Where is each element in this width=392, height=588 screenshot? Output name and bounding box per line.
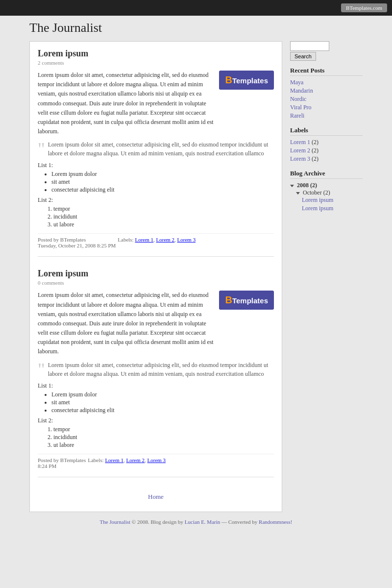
footer-site-link[interactable]: The Journalist [99,519,130,525]
recent-post-link-5[interactable]: Rareli [290,112,304,119]
list-item: sit amet [51,399,274,406]
footer-copyright: © 2008. Blog design by [132,519,183,525]
archive-title: Blog Archive [290,170,363,179]
post-1-title: Lorem ipsum [38,49,274,59]
recent-post-link-2[interactable]: Mandarin [290,87,313,94]
btemplates-logo-1: BTemplates [219,71,274,90]
archive-year[interactable]: 2008 (2) [290,182,317,189]
list-item: incididunt [53,434,274,441]
label-link-2[interactable]: Lorem 2 [290,147,310,154]
list-item: Lorem ipsum dolor [51,171,274,178]
archive-year-label: 2008 [297,182,309,189]
label-link-1[interactable]: Lorem 1 [290,139,310,146]
post-2-blockquote: " Lorem ipsum dolor sit amet, consectetu… [38,361,274,378]
list-item: sit amet [51,178,274,186]
recent-posts-list: Maya Mandarin Nordic Viral Pro Rareli [290,79,363,120]
footer: The Journalist © 2008. Blog design by Lu… [29,514,363,533]
archive-list: 2008 (2) October (2) [290,182,363,212]
post-1-label-3[interactable]: Lorem 3 [177,237,196,243]
footer-designer-link[interactable]: Lucian E. Marin [185,519,220,525]
sidebar-archive: Blog Archive 2008 (2) October [290,170,363,212]
list-item: Lorem ipsum dolor [51,391,274,398]
recent-post-link-1[interactable]: Maya [290,79,303,86]
recent-post-link-3[interactable]: Nordic [290,96,306,102]
labels-list: Lorem 1 (2) Lorem 2 (2) Lorem 3 (2) [290,139,363,163]
page-wrapper: The Journalist Lorem ipsum 2 comments BT… [29,16,363,533]
recent-post-item: Mandarin [290,87,363,95]
post-2-list2-label: List 2: [38,417,274,424]
post-2-labels-text: Labels: [88,457,103,463]
post-2-logo: BTemplates [219,291,274,310]
post-1-footer-right: Labels: Lorem 1, Lorem 2, Lorem 3 [118,237,274,243]
sidebar-search: Search [290,41,363,61]
archive-months: October (2) Lorem ipsum Lorem ipsum [290,189,363,212]
archive-post-link-1[interactable]: Lorem ipsum [302,196,333,203]
recent-post-link-4[interactable]: Viral Pro [290,104,312,111]
post-1-label-1[interactable]: Lorem 1 [135,237,153,243]
archive-month-count: (2) [323,189,330,196]
recent-posts-title: Recent Posts [290,67,363,76]
post-1-label-2[interactable]: Lorem 2 [156,237,175,243]
home-link[interactable]: Home [148,493,164,500]
recent-post-item: Viral Pro [290,104,363,111]
labels-title: Labels [290,126,363,136]
post-2-footer: Posted by BTemplates 8:24 PM Labels: Lor… [38,454,274,469]
search-input[interactable] [290,41,329,51]
post-1-blockquote: " Lorem ipsum dolor sit amet, consectetu… [38,140,274,158]
label-item-3: Lorem 3 (2) [290,155,363,163]
post-2-label-1[interactable]: Lorem 1 [105,457,123,463]
archive-year-count: (2) [310,182,317,189]
list-item: ut labore [53,221,274,228]
post-2-author: Posted by BTemplates [38,457,86,463]
archive-month-label: October [303,189,322,196]
archive-post-link-2[interactable]: Lorem ipsum [302,205,333,212]
layout: Lorem ipsum 2 comments BTemplates Lorem … [29,41,363,512]
list-item: ut labore [53,441,274,449]
post-2-footer-right: Labels: Lorem 1, Lorem 2, Lorem 3 [88,457,274,463]
post-1-footer: Posted by BTemplates Tuesday, October 21… [38,233,274,248]
post-2-label-3[interactable]: Lorem 3 [147,457,166,463]
list-item: incididunt [53,213,274,220]
site-title: The Journalist [29,21,363,35]
post-1-list2-label: List 2: [38,196,274,204]
post-2-label-2[interactable]: Lorem 2 [126,457,145,463]
post-1-footer-left: Posted by BTemplates Tuesday, October 21… [38,237,116,248]
expand-month-icon [296,192,300,195]
home-link-area: Home [38,489,274,505]
label-count-3: (2) [312,155,318,162]
expand-year-icon [290,185,294,187]
label-link-3[interactable]: Lorem 3 [290,155,310,162]
post-2: Lorem ipsum 0 comments BTemplates Lorem … [38,269,274,477]
post-2-body: Lorem ipsum dolor sit amet, consectetur … [38,291,214,356]
sidebar-recent-posts: Recent Posts Maya Mandarin Nordic Viral … [290,67,363,120]
post-1-labels-text: Labels: [118,237,133,243]
post-1: Lorem ipsum 2 comments BTemplates Lorem … [38,49,274,257]
post-2-quote-text: Lorem ipsum dolor sit amet, consectetur … [48,361,274,378]
header: BTemplates.com [0,0,392,16]
label-count-2: (2) [312,147,318,154]
list-item: consectetur adipisicing elit [51,186,274,194]
archive-post-item: Lorem ipsum [290,205,363,212]
post-2-date: 8:24 PM [38,463,86,469]
recent-post-item: Nordic [290,96,363,103]
post-2-title: Lorem ipsum [38,269,274,279]
sidebar: Search Recent Posts Maya Mandarin Nordic… [290,41,363,219]
label-count-1: (2) [312,139,318,146]
post-1-quote-text: Lorem ipsum dolor sit amet, consectetur … [48,140,274,158]
recent-post-item: Rareli [290,112,363,120]
post-2-comments: 0 comments [38,280,274,286]
search-button[interactable]: Search [290,52,316,61]
label-item-2: Lorem 2 (2) [290,147,363,154]
btemplates-button[interactable]: BTemplates.com [341,3,387,12]
footer-converted: — Converted by [221,519,257,525]
quote-marks-1: " [38,140,45,158]
archive-month-item: October (2) Lorem ipsum Lorem ipsum [290,189,363,212]
footer-converter-link[interactable]: Randommness! [259,519,292,525]
label-item-1: Lorem 1 (2) [290,139,363,146]
sidebar-labels: Labels Lorem 1 (2) Lorem 2 (2) Lorem 3 (… [290,126,363,163]
post-1-author: Posted by BTemplates [38,237,116,243]
archive-month[interactable]: October (2) [290,189,330,196]
post-1-date: Tuesday, October 21, 2008 8:25 PM [38,243,116,248]
main-content: Lorem ipsum 2 comments BTemplates Lorem … [29,41,282,512]
archive-posts: Lorem ipsum Lorem ipsum [290,196,363,212]
